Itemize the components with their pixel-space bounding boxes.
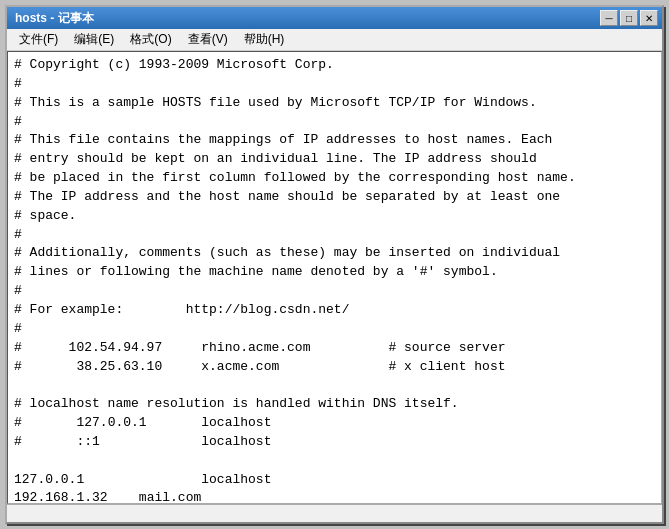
menu-view[interactable]: 查看(V) [180,29,236,50]
minimize-button[interactable]: ─ [600,10,618,26]
title-bar: hosts - 记事本 ─ □ ✕ [7,7,662,29]
menu-edit[interactable]: 编辑(E) [66,29,122,50]
title-bar-buttons: ─ □ ✕ [600,10,658,26]
maximize-button[interactable]: □ [620,10,638,26]
text-editor[interactable] [7,51,662,504]
menu-help[interactable]: 帮助(H) [236,29,293,50]
menu-bar: 文件(F) 编辑(E) 格式(O) 查看(V) 帮助(H) [7,29,662,51]
menu-format[interactable]: 格式(O) [122,29,179,50]
main-window: hosts - 记事本 ─ □ ✕ 文件(F) 编辑(E) 格式(O) 查看(V… [5,5,664,524]
close-button[interactable]: ✕ [640,10,658,26]
content-area [7,51,662,504]
status-bar [7,504,662,522]
menu-file[interactable]: 文件(F) [11,29,66,50]
window-title: hosts - 记事本 [15,10,94,27]
